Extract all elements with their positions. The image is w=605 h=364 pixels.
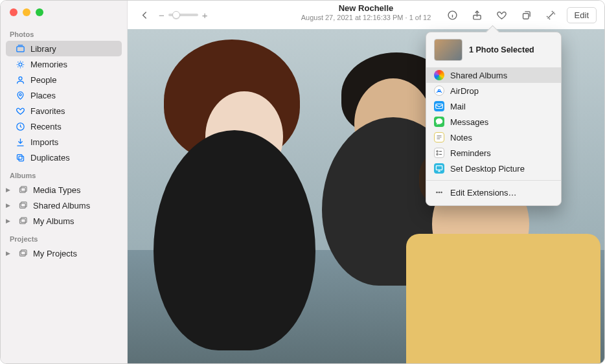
zoom-window-button[interactable]: [36, 8, 43, 16]
sidebar-item-people[interactable]: People: [1, 72, 127, 87]
recents-icon: [15, 121, 25, 131]
chevron-right-icon: ▶: [6, 250, 12, 256]
share-item-messages[interactable]: Messages: [426, 114, 561, 130]
share-item-mail[interactable]: Mail: [426, 98, 561, 114]
share-item-label: Messages: [450, 117, 488, 127]
share-item-label: Shared Albums: [450, 71, 507, 80]
svg-point-2: [19, 76, 22, 80]
shared-albums-icon: [434, 70, 444, 80]
sidebar-item-label: Library: [30, 44, 56, 54]
sidebar-item-imports[interactable]: Imports: [1, 134, 127, 150]
sidebar-item-library[interactable]: Library: [6, 41, 122, 56]
rotate-button[interactable]: [518, 6, 536, 23]
back-button[interactable]: [135, 6, 154, 23]
imports-icon: [15, 137, 25, 147]
sidebar-item-favorites[interactable]: Favorites: [1, 103, 127, 119]
folder-icon: [17, 185, 28, 195]
sidebar-section-albums: Albums: [1, 165, 127, 182]
zoom-control[interactable]: − +: [159, 10, 208, 21]
sidebar-item-duplicates[interactable]: Duplicates: [1, 150, 127, 165]
memories-icon: [15, 59, 25, 69]
svg-rect-19: [436, 104, 443, 109]
sidebar-item-memories[interactable]: Memories: [1, 56, 127, 72]
svg-point-20: [437, 151, 438, 152]
sidebar-section-projects: Projects: [1, 229, 127, 245]
photos-window: Photos Library Memories People Places Fa…: [0, 0, 605, 364]
reminders-icon: [434, 148, 444, 158]
share-item-notes[interactable]: Notes: [426, 130, 561, 145]
folder-icon: [17, 200, 28, 210]
sidebar-item-media-types[interactable]: ▶ Media Types: [1, 182, 127, 198]
svg-point-25: [441, 192, 442, 193]
popover-separator: [426, 180, 561, 181]
sidebar-item-label: Shared Albums: [33, 201, 90, 210]
svg-rect-22: [436, 166, 442, 170]
share-item-label: Set Desktop Picture: [450, 164, 525, 174]
svg-rect-0: [16, 46, 23, 51]
sidebar-item-label: My Projects: [33, 249, 77, 258]
main-content: − + New Rochelle August 27, 2021 at 12:1…: [128, 1, 604, 363]
share-item-label: Reminders: [450, 148, 491, 158]
close-window-button[interactable]: [10, 8, 17, 16]
share-item-set-desktop[interactable]: Set Desktop Picture: [426, 161, 561, 176]
sidebar-item-label: Memories: [30, 60, 67, 69]
edit-button[interactable]: Edit: [567, 7, 597, 23]
svg-point-21: [437, 154, 438, 155]
sidebar: Photos Library Memories People Places Fa…: [1, 1, 128, 363]
share-popover: 1 Photo Selected Shared Albums AirDrop M…: [426, 32, 562, 206]
sidebar-item-label: Places: [30, 91, 56, 100]
photo-subtitle: August 27, 2021 at 12:16:33 PM · 1 of 12: [301, 14, 431, 22]
airdrop-icon: [434, 85, 444, 96]
share-item-airdrop[interactable]: AirDrop: [426, 83, 561, 98]
sidebar-item-label: People: [30, 75, 56, 85]
sidebar-item-places[interactable]: Places: [1, 87, 127, 103]
favorites-icon: [15, 106, 25, 116]
svg-point-24: [439, 192, 440, 193]
share-item-label: Notes: [450, 133, 472, 142]
messages-icon: [434, 117, 444, 127]
zoom-in-icon[interactable]: +: [202, 10, 208, 21]
share-button[interactable]: [468, 6, 486, 23]
zoom-slider[interactable]: [168, 14, 198, 16]
notes-icon: [434, 132, 444, 142]
share-item-label: AirDrop: [450, 86, 479, 96]
zoom-out-icon[interactable]: −: [159, 10, 165, 21]
photo-title: New Rochelle: [301, 3, 431, 14]
extensions-icon: [434, 187, 444, 198]
share-item-label: Edit Extensions…: [450, 188, 517, 198]
sidebar-item-my-projects[interactable]: ▶ My Projects: [1, 245, 127, 261]
sidebar-item-my-albums[interactable]: ▶ My Albums: [1, 213, 127, 229]
svg-point-3: [19, 93, 21, 95]
share-popover-header: 1 Photo Selected: [426, 38, 561, 67]
auto-enhance-button[interactable]: [542, 6, 560, 23]
info-button[interactable]: [444, 6, 462, 23]
share-selection-count: 1 Photo Selected: [469, 45, 534, 54]
library-icon: [15, 43, 25, 54]
people-icon: [15, 74, 25, 85]
share-item-label: Mail: [450, 102, 466, 111]
toolbar-title-group: New Rochelle August 27, 2021 at 12:16:33…: [301, 3, 431, 22]
zoom-slider-knob[interactable]: [172, 11, 180, 19]
folder-icon: [17, 216, 28, 226]
svg-rect-17: [523, 13, 529, 19]
sidebar-item-label: My Albums: [33, 216, 74, 226]
sidebar-item-shared-albums[interactable]: ▶ Shared Albums: [1, 198, 127, 213]
svg-rect-6: [19, 156, 24, 161]
svg-point-23: [437, 192, 438, 193]
svg-point-1: [19, 63, 22, 66]
svg-rect-5: [17, 154, 22, 159]
share-item-reminders[interactable]: Reminders: [426, 145, 561, 161]
folder-icon: [17, 248, 28, 258]
chevron-right-icon: ▶: [6, 202, 12, 209]
chevron-right-icon: ▶: [6, 187, 12, 193]
minimize-window-button[interactable]: [23, 8, 30, 16]
share-item-edit-extensions[interactable]: Edit Extensions…: [426, 185, 561, 200]
sidebar-item-label: Media Types: [33, 185, 80, 195]
window-controls: [10, 8, 43, 16]
duplicates-icon: [15, 152, 25, 163]
favorite-button[interactable]: [493, 6, 511, 23]
sidebar-item-label: Favorites: [30, 106, 65, 116]
sidebar-item-recents[interactable]: Recents: [1, 119, 127, 134]
share-item-shared-albums[interactable]: Shared Albums: [426, 67, 561, 83]
sidebar-item-label: Duplicates: [30, 153, 70, 163]
